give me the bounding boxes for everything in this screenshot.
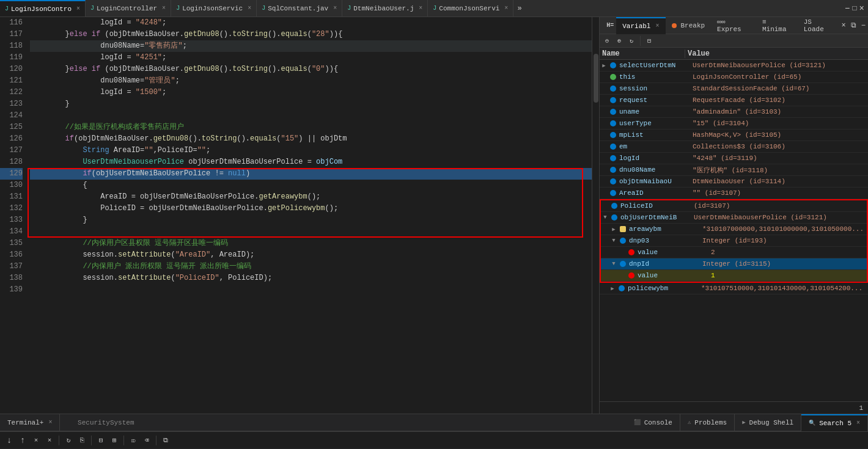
vars-row-uname[interactable]: uname "adminadmin" (id=3103) xyxy=(600,106,868,118)
vars-row-selectUserDtmN[interactable]: ▶ selectUserDtmN UserDtmNeibaouserPolice… xyxy=(600,60,868,71)
search-toolbar-btn8[interactable]: ⊞ xyxy=(109,435,120,446)
bottom-tab-search-close[interactable]: × xyxy=(856,420,860,426)
tab-overflow[interactable]: » xyxy=(513,4,525,13)
search-toolbar-sep4 xyxy=(156,436,156,445)
search-icon: 🔍 xyxy=(809,420,815,426)
search-toolbar-btn9[interactable]: ⎄ xyxy=(128,435,139,446)
tab-close-5[interactable]: × xyxy=(419,5,422,12)
expand-icon-objUserDtmNeiBa[interactable]: ▼ xyxy=(601,214,609,221)
bottom-tab-search[interactable]: 🔍 Search 5 × xyxy=(801,414,868,431)
tab-close-6[interactable]: × xyxy=(504,5,508,12)
tab-close-4[interactable]: × xyxy=(333,5,337,12)
right-tab-breakpoints[interactable]: Breakp xyxy=(666,17,712,34)
vars-row-session[interactable]: session StandardSessionFacade (id=67) xyxy=(600,83,868,95)
vars-row-em[interactable]: em Collections$3 (id=3106) xyxy=(600,141,868,153)
vars-row-mpList[interactable]: mpList HashMap<K,V> (id=3105) xyxy=(600,130,868,141)
bottom-tab-terminal[interactable]: Terminal+ × xyxy=(0,414,60,431)
search-toolbar-expand[interactable]: ⧉ xyxy=(160,435,171,446)
expand-icon-areawybm[interactable]: ▶ xyxy=(609,226,618,233)
right-tab-expressions-label: ∞∞ Expres xyxy=(717,18,750,33)
tab-dtmneibaouser[interactable]: J DtmNeibaoUser.j × xyxy=(342,0,428,17)
search-toolbar-btn7[interactable]: ⊟ xyxy=(95,435,106,446)
vars-row-PoliceID[interactable]: PoliceID (id=3107) xyxy=(601,200,867,212)
tab-logincontroller[interactable]: J LoginController × xyxy=(86,0,171,17)
bottom-tab-terminal-close[interactable]: × xyxy=(48,419,52,426)
var-name-policewybm: policewybm xyxy=(627,285,699,292)
tab-close-3[interactable]: × xyxy=(248,5,251,12)
close-window-button[interactable]: × xyxy=(859,4,864,13)
var-name-dnu08Name: dnu08Name xyxy=(618,166,690,173)
var-dot-objUserDtmNeiBa xyxy=(611,214,617,221)
tab-close-2[interactable]: × xyxy=(162,5,166,12)
search-toolbar-btn5[interactable]: ↻ xyxy=(63,435,74,446)
bottom-toolbar: ↓ ↑ × × ↻ ⎘ ⊟ ⊞ ⎄ ⌫ ⧉ xyxy=(0,431,868,448)
vars-row-logId[interactable]: logId "4248" (id=3119) xyxy=(600,153,868,164)
bottom-tab-debugshell-label: Debug Shell xyxy=(749,419,794,426)
right-panel-minimize[interactable]: − xyxy=(859,21,868,30)
vars-expand-all[interactable]: ⊕ xyxy=(614,36,624,46)
vars-row-dnp03-value[interactable]: value 2 xyxy=(601,247,867,258)
expand-icon-dnpId-value xyxy=(618,272,627,279)
search-toolbar-btn10[interactable]: ⌫ xyxy=(141,435,152,446)
expand-icon-dnpId[interactable]: ▼ xyxy=(609,261,618,267)
minimize-button[interactable]: − xyxy=(845,4,850,13)
code-line-131: AreaID = objUserDtmNeiBaoUserPolice.getA… xyxy=(30,191,592,203)
right-tab-variables[interactable]: Variabl × xyxy=(616,17,665,34)
var-dot-areawybm xyxy=(620,226,626,232)
expand-icon-selectUserDtmN[interactable]: ▶ xyxy=(600,62,608,69)
vars-filter[interactable]: ⊟ xyxy=(644,36,654,46)
tab-commonjsonservi[interactable]: J CommonJsonServi × xyxy=(428,0,513,17)
vars-row-dnp03[interactable]: ▼ dnp03 Integer (id=193) xyxy=(601,235,867,247)
tab-loginjsonservic[interactable]: J LoginJsonServic × xyxy=(171,0,257,17)
tab-label-6: CommonJsonServi xyxy=(439,5,499,12)
vars-row-areawybm[interactable]: ▶ areawybm *310107000000,310101000000,31… xyxy=(601,224,867,235)
vars-row-this[interactable]: this LoginJsonController (id=65) xyxy=(600,71,868,83)
editor-scrollbar[interactable] xyxy=(592,17,599,414)
bottom-tab-terminal-label: Terminal+ xyxy=(7,419,43,426)
var-dot-dnp03-value xyxy=(628,249,634,255)
right-panel-restore[interactable]: ⧉ xyxy=(848,21,859,30)
tab-icon-5: J xyxy=(347,5,351,12)
tab-close-1[interactable]: × xyxy=(76,5,80,12)
code-editor[interactable]: logId = "4248"; }else if (objDtmNeiBaoUs… xyxy=(28,17,592,414)
project-label: SecuritySystem xyxy=(61,419,150,426)
right-tab-jsloader[interactable]: JS Loade xyxy=(798,17,839,34)
search-toolbar-btn4[interactable]: × xyxy=(44,435,55,446)
expand-icon-em xyxy=(600,144,608,150)
var-name-PoliceID: PoliceID xyxy=(619,202,691,210)
vars-row-usertype[interactable]: userType "15" (id=3104) xyxy=(600,118,868,130)
expand-icon-policewybm[interactable]: ▶ xyxy=(608,285,617,292)
right-panel-close[interactable]: × xyxy=(839,21,848,30)
var-name-objDtmNaibaoU: objDtmNaibaoU xyxy=(618,178,690,185)
right-tab-variables-close[interactable]: × xyxy=(655,23,659,29)
project-name: SecuritySystem xyxy=(78,419,134,426)
tab-loginjsoncontro[interactable]: J LoginJsonContro × xyxy=(0,0,86,17)
search-toolbar-btn3[interactable]: × xyxy=(31,435,42,446)
bottom-tab-problems[interactable]: ⚠ Problems xyxy=(680,414,735,431)
scroll-thumb[interactable] xyxy=(594,54,598,103)
expand-icon-dnp03[interactable]: ▼ xyxy=(609,238,618,244)
vars-row-dnu08Name[interactable]: dnu08Name "医疗机构" (id=3118) xyxy=(600,164,868,176)
bottom-tab-debugshell[interactable]: ▶ Debug Shell xyxy=(735,414,801,431)
bottom-tab-console[interactable]: ⬛ Console xyxy=(627,414,680,431)
vars-row-dnpId-value[interactable]: value 1 xyxy=(601,270,867,282)
search-toolbar-btn6[interactable]: ⎘ xyxy=(76,435,87,446)
vars-collapse-all[interactable]: ⊖ xyxy=(602,36,612,46)
maximize-button[interactable]: □ xyxy=(852,4,856,13)
vars-row-request[interactable]: request RequestFacade (id=3102) xyxy=(600,95,868,106)
tab-sqlconstant[interactable]: J SqlConstant.jav × xyxy=(257,0,342,17)
vars-refresh[interactable]: ↻ xyxy=(627,36,636,46)
search-toolbar-btn1[interactable]: ↓ xyxy=(4,435,15,446)
search-toolbar-btn2[interactable]: ↑ xyxy=(17,435,28,446)
var-value-objDtmNaibaoU: DtmNeibaoUser (id=3114) xyxy=(690,178,868,185)
vars-row-objUserDtmNeiBa[interactable]: ▼ objUserDtmNeiB UserDtmNeibaouserPolice… xyxy=(601,212,867,224)
vars-row-AreaID[interactable]: AreaID "" (id=3107) xyxy=(600,188,868,199)
var-name-selectUserDtmN: selectUserDtmN xyxy=(618,62,690,69)
vars-row-objDtmNaibaoU[interactable]: objDtmNaibaoU DtmNeibaoUser (id=3114) xyxy=(600,176,868,188)
right-tab-minimap[interactable]: ≡ Minima xyxy=(756,17,798,34)
tab-label-4: SqlConstant.jav xyxy=(268,5,328,12)
vars-row-policewybm[interactable]: ▶ policewybm *310107510000,310101430000,… xyxy=(600,283,868,294)
right-tab-expressions[interactable]: ∞∞ Expres xyxy=(711,17,756,34)
vars-row-dnpId[interactable]: ▼ dnpId Integer (id=3115) xyxy=(601,258,867,270)
var-value-AreaID: "" (id=3107) xyxy=(690,189,868,197)
